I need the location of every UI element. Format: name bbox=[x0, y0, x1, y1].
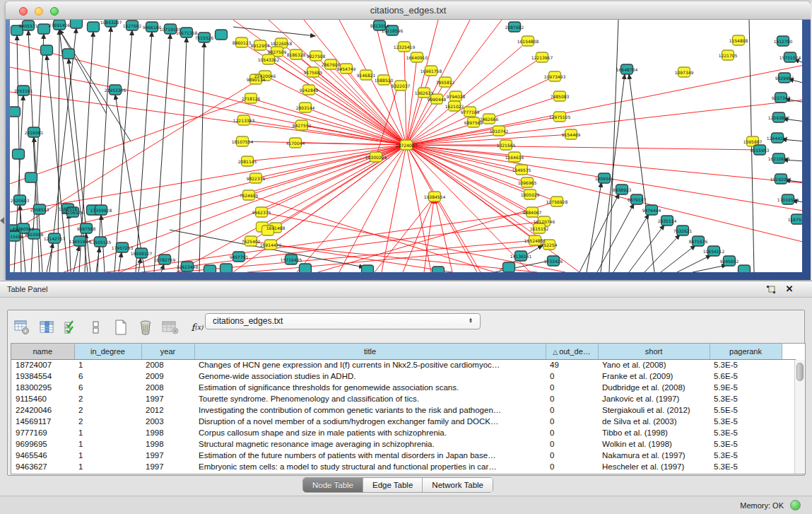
import-table-icon[interactable] bbox=[162, 319, 179, 336]
table-cell[interactable]: 9777169 bbox=[11, 427, 74, 438]
graph-edge-red[interactable] bbox=[406, 145, 431, 272]
table-cell[interactable]: 18724007 bbox=[11, 359, 74, 370]
table-cell[interactable]: 2 bbox=[74, 416, 141, 427]
table-cell[interactable]: 0 bbox=[546, 438, 598, 450]
tab-edge-table[interactable]: Edge Table bbox=[363, 478, 423, 492]
close-panel-icon[interactable]: ✕ bbox=[784, 284, 795, 295]
graph-edge-red[interactable] bbox=[261, 212, 565, 272]
table-cell[interactable]: 0 bbox=[546, 370, 598, 382]
table-cell[interactable]: 1998 bbox=[141, 438, 194, 450]
graph-edge-black[interactable] bbox=[645, 235, 680, 272]
graph-edge-black[interactable] bbox=[693, 265, 726, 272]
graph-node[interactable] bbox=[503, 262, 515, 272]
collapse-panel-arrow-icon[interactable] bbox=[0, 217, 4, 224]
graph-edge-red[interactable] bbox=[406, 64, 802, 145]
tab-network-table[interactable]: Network Table bbox=[423, 478, 493, 492]
graph-node[interactable] bbox=[204, 265, 216, 272]
table-cell[interactable]: 22420046 bbox=[11, 404, 74, 416]
table-cell[interactable]: Nakamura et al. (1997) bbox=[598, 450, 710, 461]
table-cell[interactable]: 1 bbox=[74, 359, 141, 370]
table-cell[interactable]: 5.9E-5 bbox=[710, 382, 782, 393]
column-header-out_de[interactable]: △out_de… bbox=[546, 344, 598, 359]
table-cell[interactable]: Tourette syndrome. Phenomenology and cla… bbox=[194, 393, 546, 404]
table-cell[interactable]: Disruption of a novel member of a sodium… bbox=[194, 416, 546, 427]
table-cell[interactable]: Corpus callosum shape and size in male p… bbox=[194, 427, 546, 438]
select-all-rows-icon[interactable] bbox=[63, 319, 80, 336]
graph-edge-red[interactable] bbox=[406, 57, 417, 145]
graph-edge-red[interactable] bbox=[406, 76, 555, 145]
table-cell[interactable]: 49 bbox=[546, 359, 598, 370]
table-row[interactable]: 1456911722003Disruption of a novel membe… bbox=[11, 416, 796, 427]
graph-edge-black[interactable] bbox=[629, 74, 654, 272]
graph-edge-red[interactable] bbox=[406, 20, 438, 145]
table-cell[interactable]: 9463627 bbox=[11, 461, 74, 472]
table-cell[interactable]: 2012 bbox=[141, 404, 194, 416]
column-header-name[interactable]: name bbox=[11, 344, 74, 359]
column-header-title[interactable]: title bbox=[194, 344, 546, 359]
table-cell[interactable]: 6 bbox=[74, 370, 141, 382]
table-cell[interactable]: Estimation of the future numbers of pati… bbox=[194, 450, 546, 461]
table-cell[interactable]: 5.5E-5 bbox=[710, 404, 782, 416]
table-cell[interactable]: 1 bbox=[74, 438, 141, 450]
table-cell[interactable]: 9699695 bbox=[11, 438, 74, 450]
graph-edge-red[interactable] bbox=[404, 47, 406, 145]
table-cell[interactable]: Yano et al. (2008) bbox=[598, 359, 710, 370]
column-header-year[interactable]: year bbox=[141, 344, 194, 359]
table-cell[interactable]: 2003 bbox=[141, 416, 194, 427]
column-mode-icon[interactable] bbox=[88, 319, 105, 336]
table-cell[interactable]: 1 bbox=[74, 450, 141, 461]
network-window-titlebar[interactable]: citations_edges.txt bbox=[6, 1, 811, 20]
column-header-in_degree[interactable]: in_degree bbox=[74, 344, 141, 359]
graph-edge-red[interactable] bbox=[10, 145, 406, 212]
graph-edge-red[interactable] bbox=[406, 145, 802, 244]
graph-edge-black[interactable] bbox=[609, 20, 618, 272]
select-columns-icon[interactable] bbox=[38, 319, 55, 336]
table-cell[interactable]: 18300295 bbox=[11, 382, 74, 393]
graph-edge-black[interactable] bbox=[139, 258, 141, 272]
table-cell[interactable]: 9465546 bbox=[11, 450, 74, 461]
graph-node[interactable] bbox=[71, 20, 83, 28]
table-cell[interactable]: 2 bbox=[74, 393, 141, 404]
graph-edge-red[interactable] bbox=[406, 71, 431, 145]
graph-edge-black[interactable] bbox=[613, 214, 649, 272]
graph-node[interactable] bbox=[362, 265, 374, 272]
graph-node[interactable] bbox=[216, 30, 228, 40]
table-cell[interactable]: 5.3E-5 bbox=[710, 427, 782, 438]
graph-edge-red[interactable] bbox=[406, 145, 760, 150]
graph-edge-black[interactable] bbox=[587, 182, 601, 272]
table-cell[interactable]: 5.3E-5 bbox=[710, 359, 782, 370]
table-cell[interactable]: Wolkin et al. (1998) bbox=[598, 438, 710, 450]
graph-edge-black[interactable] bbox=[136, 32, 152, 272]
graph-node[interactable] bbox=[25, 173, 37, 182]
table-cell[interactable]: 9115460 bbox=[11, 393, 74, 404]
table-row[interactable]: 977716911998Corpus callosum shape and si… bbox=[11, 427, 796, 438]
graph-edge-black[interactable] bbox=[154, 34, 170, 272]
table-cell[interactable]: Genome-wide association studies in ADHD. bbox=[194, 370, 546, 382]
graph-edge-black[interactable] bbox=[629, 225, 664, 272]
table-cell[interactable]: Tibbo et al. (1998) bbox=[598, 427, 710, 438]
table-cell[interactable]: Structural magnetic resonance image aver… bbox=[194, 438, 546, 450]
table-cell[interactable]: 2008 bbox=[141, 359, 194, 370]
column-header-short[interactable]: short bbox=[598, 344, 710, 359]
table-cell[interactable]: 5.6E-5 bbox=[710, 370, 782, 382]
table-cell[interactable]: de Silva et al. (2003) bbox=[598, 416, 710, 427]
graph-edge-black[interactable] bbox=[59, 30, 106, 113]
table-cell[interactable]: 1997 bbox=[141, 450, 194, 461]
create-table-icon[interactable] bbox=[112, 319, 129, 336]
graph-node[interactable] bbox=[13, 149, 25, 159]
table-cell[interactable]: 2009 bbox=[141, 370, 194, 382]
graph-node[interactable] bbox=[88, 22, 100, 32]
table-cell[interactable]: 1997 bbox=[141, 461, 194, 472]
graph-node[interactable] bbox=[220, 264, 233, 272]
graph-edge-red[interactable] bbox=[10, 67, 406, 145]
graph-node[interactable] bbox=[63, 49, 75, 59]
table-cell[interactable]: 2008 bbox=[141, 382, 194, 393]
table-cell[interactable]: 0 bbox=[546, 382, 598, 393]
table-cell[interactable]: 0 bbox=[546, 416, 598, 427]
table-header-row[interactable]: namein_degreeyeartitle△out_de…shortpager… bbox=[11, 344, 796, 359]
graph-edge-red[interactable] bbox=[339, 145, 406, 272]
memory-ok-indicator[interactable] bbox=[790, 500, 801, 510]
table-row[interactable]: 2242004622012Investigating the contribut… bbox=[11, 404, 796, 416]
table-row[interactable]: 1830029562008Estimation of significance … bbox=[11, 382, 796, 393]
graph-node[interactable] bbox=[300, 264, 312, 272]
